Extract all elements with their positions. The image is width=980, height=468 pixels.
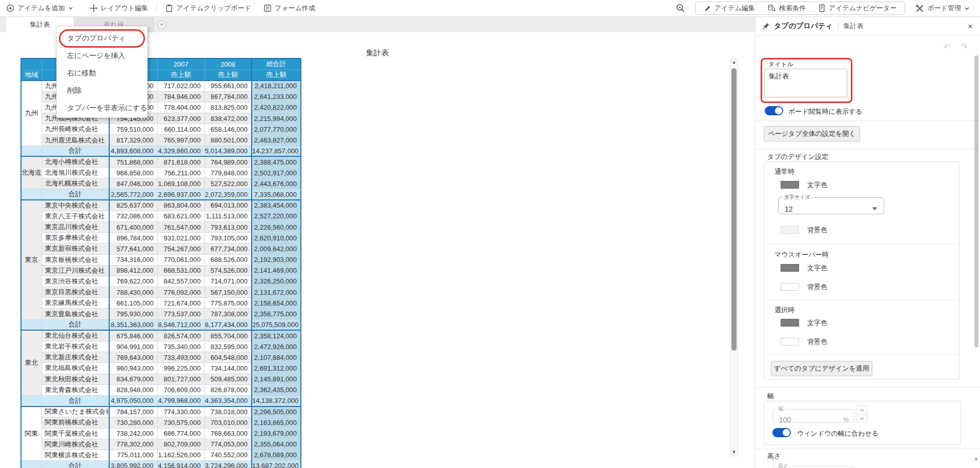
show-on-view-toggle[interactable] [765,106,783,115]
value-cell: 661,105,000 [109,298,157,309]
zoom-icon[interactable] [676,3,686,13]
font-size-label: 文字サイズ [783,194,812,201]
value-cell: 734,316,000 [109,254,157,265]
search-condition-button[interactable]: 検索条件 [761,2,812,14]
value-cell: 2,362,435,000 [252,384,301,395]
fit-window-width-toggle[interactable] [772,428,791,437]
value-cell: 896,784,000 [109,233,157,243]
value-cell: 527,522,000 [205,178,252,189]
value-cell: 813,825,000 [205,102,252,113]
menu-item-tab-properties[interactable]: タブのプロパティ [57,29,147,47]
tab-title-input[interactable]: 集計表 [764,69,847,97]
state-selected-label: 選択時 [774,306,794,315]
fit-window-width-label: ウィンドウの幅に合わせる [797,429,879,438]
value-cell: 784,157,000 [109,406,157,417]
mouseover-font-color-swatch[interactable] [781,264,799,272]
value-cell: 714,071,000 [205,276,252,287]
apply-design-all-tabs-button[interactable]: すべてのタブにデザインを適用 [771,361,872,376]
menu-item-delete[interactable]: 削除 [57,82,147,99]
value-cell: 703,010,000 [205,417,252,428]
state-normal-label: 通常時 [774,167,794,176]
value-cell: 769,622,000 [109,276,157,287]
undo-icon[interactable]: ↶ [943,42,950,52]
panel-title: タブのプロパティ [774,22,833,31]
value-cell: 784,946,000 [157,91,205,102]
value-cell: 765,997,000 [157,135,205,146]
sum-value-cell: 4,799,968,000 [157,395,205,406]
divider [764,354,959,354]
selected-bg-color-swatch[interactable] [781,338,799,345]
form-create-button[interactable]: フォーム作成 [257,0,321,17]
menu-item-move-right[interactable]: 右に移動 [57,64,147,82]
company-cell: 東京豊島株式会社 [42,309,109,319]
add-tab-button[interactable]: + [157,21,166,29]
value-cell: 574,526,000 [205,265,252,276]
scrollbar-thumb[interactable] [731,68,737,351]
open-pagetab-settings-button[interactable]: ページタブ全体の設定を開く [764,126,860,141]
item-edit-button[interactable]: アイテム編集 [698,2,761,14]
value-cell: 996,225,000 [157,363,205,374]
sum-value-cell: 2,072,359,000 [205,189,252,200]
pin-icon[interactable] [762,22,770,30]
selected-font-color-swatch[interactable] [781,319,799,327]
stepper-up-icon[interactable] [856,406,867,414]
scroll-up-arrow[interactable]: ▲ [730,59,738,65]
company-cell: 九州長崎株式会社 [42,124,109,135]
item-edit-label: アイテム編集 [714,4,755,13]
search-condition-label: 検索条件 [779,4,806,13]
sum-label-cell: 合計 [42,146,109,156]
mouseover-bg-color-swatch[interactable] [781,283,799,291]
menu-item-insert-page-left[interactable]: 左にページを挿入 [57,47,147,64]
menu-item-hide-tabbar[interactable]: タブバーを非表示にする [57,99,147,116]
scroll-down-arrow[interactable]: ▼ [730,450,738,455]
value-cell: 2,077,770,000 [252,124,301,135]
tab-properties-panel: タブのプロパティ 集計表 × ↶ ↷ タイトル 集計表 ボード閲覧時に表示する … [755,17,980,468]
normal-font-color-swatch[interactable] [781,181,799,189]
panel-scroll-down-arrow[interactable]: ▼ [974,457,978,462]
sum-value-cell: 8,546,712,000 [157,319,205,330]
panel-scrollbar-thumb[interactable] [974,55,978,348]
height-field-label: 高さ [777,462,790,468]
value-cell: 966,858,000 [109,168,157,178]
layout-edit-button[interactable]: レイアウト編集 [84,0,155,17]
close-icon[interactable]: × [968,22,973,31]
value-cell: 778,404,000 [157,102,205,113]
normal-bg-color-swatch[interactable] [781,226,799,234]
tab-context-menu: タブのプロパティ 左にページを挿入 右に移動 削除 タブバーを非表示にする [56,26,148,118]
sum-region-cell [21,461,42,468]
value-cell: 577,641,000 [109,243,157,254]
divider [756,448,980,449]
bg-color-label: 背景色 [807,282,827,292]
value-cell: 775,011,000 [109,450,157,460]
form-create-label: フォーム作成 [275,4,315,13]
value-cell: 778,302,000 [109,439,157,450]
value-cell: 2,472,926,000 [252,341,301,352]
value-cell: 721,674,000 [157,298,205,309]
value-cell: 658,146,000 [205,124,252,135]
sum-row: 合計4,893,608,0004,329,860,0005,014,389,00… [21,146,301,156]
sum-region-cell [21,395,42,406]
company-cell: 関東千葉株式会社 [42,428,109,439]
font-size-dropdown[interactable]: 文字サイズ 12 [778,194,884,214]
tab-design-box: 通常時 文字色 文字サイズ 12 背景色 マウスオーバー時 文字色 背景色 選択… [764,161,959,380]
stepper-down-icon[interactable] [856,414,867,422]
value-cell: 775,875,000 [205,298,252,309]
item-clipboard-button[interactable]: アイテムクリップボード [159,0,257,17]
board-manage-button[interactable]: ボード管理 [912,0,973,17]
value-cell: 838,472,000 [205,113,252,124]
year-header-cell: 2008 [205,58,252,70]
font-color-label: 文字色 [807,263,827,273]
company-cell: 東北岩手株式会社 [42,341,109,352]
add-item-button[interactable]: アイテムを追加 [0,0,79,17]
region-header-cell [21,58,42,70]
item-navigator-button[interactable]: アイテムナビゲーター [812,2,903,14]
value-cell: 774,053,000 [205,439,252,450]
value-cell: 734,144,000 [205,363,252,374]
redo-icon[interactable]: ↷ [961,42,968,52]
dropdown-caret-icon [872,207,877,211]
company-cell: 関東前橋株式会社 [42,417,109,428]
toolbar-right: アイテム編集 検索条件 アイテムナビゲーター ボード管理 [676,0,980,17]
value-cell: 2,691,312,000 [252,363,301,374]
value-cell: 2,141,469,000 [252,265,301,276]
table-row: 東北岩手株式会社904,991,000735,340,000832,595,00… [21,341,301,352]
